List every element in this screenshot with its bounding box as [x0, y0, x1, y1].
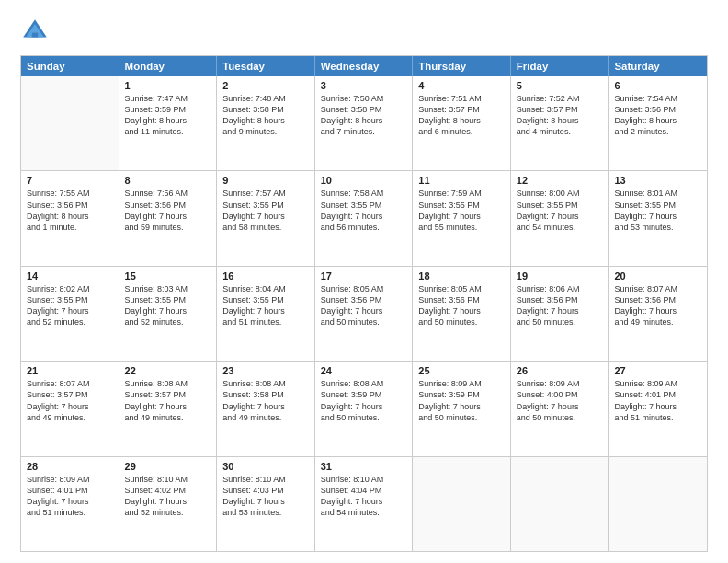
- calendar-cell: 8Sunrise: 7:56 AMSunset: 3:56 PMDaylight…: [119, 171, 218, 265]
- cell-info-line: Sunset: 3:55 PM: [222, 294, 309, 305]
- cell-info-line: Daylight: 7 hours: [125, 305, 211, 316]
- header-day-thursday: Thursday: [413, 56, 511, 76]
- calendar-cell: 2Sunrise: 7:48 AMSunset: 3:58 PMDaylight…: [217, 76, 315, 170]
- calendar-cell: 28Sunrise: 8:09 AMSunset: 4:01 PMDayligh…: [21, 457, 119, 551]
- cell-info-line: Sunrise: 8:10 AM: [321, 474, 407, 485]
- day-number: 9: [222, 175, 309, 186]
- day-number: 30: [222, 461, 309, 472]
- cell-info-line: Sunset: 3:56 PM: [614, 294, 701, 305]
- cell-info-line: Sunset: 3:57 PM: [27, 389, 113, 400]
- day-number: 2: [222, 80, 309, 91]
- cell-info-line: Sunset: 3:56 PM: [517, 294, 603, 305]
- day-number: 23: [222, 365, 309, 376]
- cell-info-line: and 1 minute.: [27, 222, 113, 233]
- cell-info-line: Sunrise: 7:50 AM: [321, 93, 407, 104]
- cell-info-line: Sunrise: 8:09 AM: [517, 378, 603, 389]
- calendar-cell: 24Sunrise: 8:08 AMSunset: 3:59 PMDayligh…: [315, 362, 414, 455]
- cell-info-line: Daylight: 7 hours: [614, 401, 701, 412]
- cell-info-line: Sunset: 3:55 PM: [517, 200, 603, 211]
- cell-info-line: and 7 minutes.: [321, 126, 407, 137]
- cell-info-line: Sunrise: 7:55 AM: [27, 188, 113, 199]
- header-day-saturday: Saturday: [609, 56, 707, 76]
- calendar: SundayMondayTuesdayWednesdayThursdayFrid…: [20, 55, 708, 552]
- calendar-cell: 10Sunrise: 7:58 AMSunset: 3:55 PMDayligh…: [315, 171, 414, 265]
- day-number: 19: [517, 270, 603, 282]
- calendar-cell: [609, 457, 707, 551]
- day-number: 6: [614, 80, 701, 91]
- header-day-tuesday: Tuesday: [217, 56, 315, 76]
- day-number: 8: [125, 175, 211, 186]
- cell-info-line: and 49 minutes.: [125, 412, 211, 423]
- cell-info-line: Sunrise: 8:04 AM: [222, 283, 309, 294]
- day-number: 31: [321, 461, 407, 472]
- cell-info-line: Sunrise: 7:54 AM: [614, 93, 701, 104]
- cell-info-line: Sunrise: 8:08 AM: [222, 378, 309, 389]
- cell-info-line: Sunrise: 7:52 AM: [517, 93, 603, 104]
- cell-info-line: Daylight: 7 hours: [125, 496, 211, 507]
- cell-info-line: and 50 minutes.: [517, 316, 603, 327]
- cell-info-line: Sunrise: 8:08 AM: [321, 378, 407, 389]
- day-number: 14: [27, 270, 113, 282]
- cell-info-line: Sunrise: 7:58 AM: [321, 188, 407, 199]
- cell-info-line: Daylight: 7 hours: [27, 305, 113, 316]
- cell-info-line: Daylight: 7 hours: [125, 211, 211, 222]
- cell-info-line: Sunset: 3:56 PM: [418, 294, 505, 305]
- cell-info-line: Daylight: 8 hours: [418, 115, 505, 126]
- calendar-cell: 20Sunrise: 8:07 AMSunset: 3:56 PMDayligh…: [609, 267, 707, 361]
- header-day-monday: Monday: [119, 56, 218, 76]
- day-number: 1: [125, 80, 211, 91]
- cell-info-line: Daylight: 7 hours: [517, 401, 603, 412]
- cell-info-line: Sunrise: 7:59 AM: [418, 188, 505, 199]
- cell-info-line: Sunset: 3:59 PM: [418, 389, 505, 400]
- cell-info-line: Sunrise: 8:09 AM: [27, 474, 113, 485]
- cell-info-line: Sunrise: 8:02 AM: [27, 283, 113, 294]
- calendar-cell: 5Sunrise: 7:52 AMSunset: 3:57 PMDaylight…: [511, 76, 609, 170]
- cell-info-line: and 50 minutes.: [517, 412, 603, 423]
- cell-info-line: Daylight: 7 hours: [614, 305, 701, 316]
- cell-info-line: and 51 minutes.: [614, 412, 701, 423]
- cell-info-line: Sunset: 3:55 PM: [27, 294, 113, 305]
- cell-info-line: and 54 minutes.: [517, 222, 603, 233]
- day-number: 13: [614, 175, 701, 186]
- cell-info-line: Sunset: 3:55 PM: [614, 200, 701, 211]
- cell-info-line: Sunrise: 7:51 AM: [418, 93, 505, 104]
- logo: [20, 17, 53, 46]
- calendar-cell: 21Sunrise: 8:07 AMSunset: 3:57 PMDayligh…: [21, 362, 119, 455]
- cell-info-line: Sunrise: 8:01 AM: [614, 188, 701, 199]
- cell-info-line: and 52 minutes.: [125, 316, 211, 327]
- cell-info-line: Daylight: 8 hours: [27, 211, 113, 222]
- day-number: 24: [321, 365, 407, 376]
- cell-info-line: Sunrise: 8:06 AM: [517, 283, 603, 294]
- calendar-cell: 12Sunrise: 8:00 AMSunset: 3:55 PMDayligh…: [511, 171, 609, 265]
- cell-info-line: Sunset: 3:57 PM: [418, 104, 505, 115]
- calendar-cell: 11Sunrise: 7:59 AMSunset: 3:55 PMDayligh…: [413, 171, 511, 265]
- calendar-cell: [511, 457, 609, 551]
- cell-info-line: Daylight: 7 hours: [418, 305, 505, 316]
- logo-icon: [20, 17, 50, 46]
- day-number: 15: [125, 270, 211, 282]
- cell-info-line: Sunrise: 7:57 AM: [222, 188, 309, 199]
- day-number: 18: [418, 270, 505, 282]
- cell-info-line: Daylight: 7 hours: [321, 401, 407, 412]
- cell-info-line: Daylight: 7 hours: [517, 211, 603, 222]
- cell-info-line: Daylight: 8 hours: [222, 115, 309, 126]
- cell-info-line: Sunset: 3:56 PM: [125, 200, 211, 211]
- cell-info-line: and 49 minutes.: [27, 412, 113, 423]
- cell-info-line: Daylight: 7 hours: [321, 211, 407, 222]
- cell-info-line: Daylight: 7 hours: [418, 401, 505, 412]
- calendar-cell: 16Sunrise: 8:04 AMSunset: 3:55 PMDayligh…: [217, 267, 315, 361]
- cell-info-line: Sunset: 3:59 PM: [125, 104, 211, 115]
- cell-info-line: Daylight: 7 hours: [321, 496, 407, 507]
- cell-info-line: and 2 minutes.: [614, 126, 701, 137]
- day-number: 3: [321, 80, 407, 91]
- day-number: 12: [517, 175, 603, 186]
- cell-info-line: and 52 minutes.: [125, 507, 211, 518]
- cell-info-line: Sunset: 3:58 PM: [222, 389, 309, 400]
- day-number: 17: [321, 270, 407, 282]
- cell-info-line: Sunrise: 7:56 AM: [125, 188, 211, 199]
- calendar-row-0: 1Sunrise: 7:47 AMSunset: 3:59 PMDaylight…: [21, 76, 707, 170]
- calendar-cell: 23Sunrise: 8:08 AMSunset: 3:58 PMDayligh…: [217, 362, 315, 455]
- cell-info-line: Daylight: 7 hours: [125, 401, 211, 412]
- cell-info-line: Sunset: 3:57 PM: [517, 104, 603, 115]
- day-number: 5: [517, 80, 603, 91]
